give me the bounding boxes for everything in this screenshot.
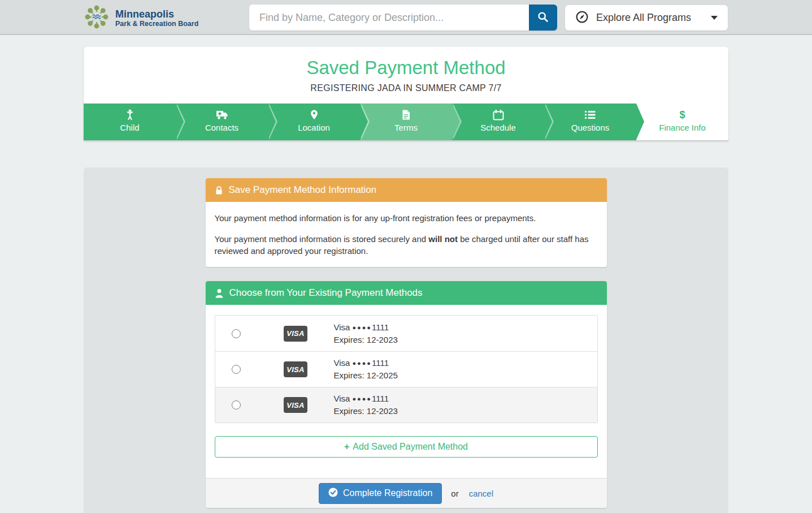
document-icon — [360, 109, 452, 121]
registration-actions-footer: Complete Registration or cancel — [206, 478, 607, 508]
search-button[interactable] — [529, 5, 557, 31]
wizard-step-child[interactable]: Child — [84, 104, 176, 140]
wizard-step-label: Location — [268, 123, 360, 132]
logo-subtitle: Park & Recreation Board — [115, 20, 198, 28]
compass-icon — [575, 10, 589, 25]
card-expiry-line: Expires: 12-2023 — [334, 405, 597, 417]
calendar-icon — [452, 109, 544, 121]
check-circle-icon — [328, 488, 338, 499]
payment-methods-table: VISA Visa●●●●1111 Expires: 12-2023 VISA — [215, 315, 598, 423]
visa-logo: VISA — [284, 326, 307, 342]
visa-logo: VISA — [284, 397, 307, 413]
dollar-icon: $ — [636, 109, 728, 121]
search-bar — [249, 5, 557, 31]
explore-all-programs-button[interactable]: Explore All Programs — [565, 5, 728, 31]
info-panel-title: Save Payment Method Information — [229, 184, 377, 196]
card-number-line: Visa●●●●1111 — [334, 357, 597, 369]
payment-method-row[interactable]: VISA Visa●●●●1111 Expires: 12-2023 — [215, 316, 597, 351]
payment-method-radio[interactable] — [232, 365, 241, 374]
caret-down-icon — [711, 16, 718, 20]
wizard-step-label: Contacts — [176, 123, 268, 132]
add-saved-payment-method-button[interactable]: +Add Saved Payment Method — [215, 436, 598, 458]
card-expiry-line: Expires: 12-2023 — [334, 334, 597, 346]
map-marker-icon — [268, 109, 360, 121]
choose-payment-panel: Choose from Your Existing Payment Method… — [206, 281, 607, 508]
mpls-parks-logo-icon — [84, 4, 110, 32]
or-text: or — [451, 489, 458, 498]
top-navigation-bar: Minneapolis Park & Recreation Board Expl… — [0, 0, 812, 35]
choose-panel-title: Choose from Your Existing Payment Method… — [229, 287, 423, 299]
payment-method-row[interactable]: VISA Visa●●●●1111 Expires: 12-2023 — [215, 387, 597, 423]
wizard-step-finance-info[interactable]: $ Finance Info — [636, 104, 728, 140]
org-logo[interactable]: Minneapolis Park & Recreation Board — [84, 4, 198, 32]
search-input[interactable] — [249, 5, 529, 31]
logo-title: Minneapolis — [115, 8, 198, 20]
child-icon — [84, 109, 176, 121]
wizard-step-location[interactable]: Location — [268, 104, 360, 140]
plus-icon: + — [344, 442, 349, 451]
wizard-step-label: Finance Info — [636, 123, 728, 132]
page-subtitle: REGISTERING JADA IN SUMMER CAMP 7/7 — [84, 83, 728, 93]
wizard-step-terms[interactable]: Terms — [360, 104, 452, 140]
content-well: Save Payment Method Information Your pay… — [84, 167, 728, 513]
ambulance-icon — [176, 109, 268, 121]
user-icon — [215, 288, 224, 298]
registration-header: Saved Payment Method REGISTERING JADA IN… — [84, 47, 728, 140]
registration-step-wizard: Child Contacts — [84, 104, 728, 140]
explore-label: Explore All Programs — [596, 12, 691, 24]
info-panel-heading: Save Payment Method Information — [206, 178, 607, 202]
search-icon — [537, 11, 549, 24]
card-expiry-line: Expires: 12-2025 — [334, 369, 597, 382]
lock-icon — [215, 186, 223, 195]
card-number-line: Visa●●●●1111 — [334, 321, 597, 334]
list-icon — [544, 109, 636, 121]
wizard-step-label: Terms — [360, 123, 452, 132]
payment-method-row[interactable]: VISA Visa●●●●1111 Expires: 12-2025 — [215, 351, 597, 387]
wizard-step-questions[interactable]: Questions — [544, 104, 636, 140]
cancel-link[interactable]: cancel — [469, 489, 493, 498]
card-number-line: Visa●●●●1111 — [334, 393, 597, 405]
wizard-step-label: Schedule — [452, 123, 544, 132]
payment-method-radio[interactable] — [232, 329, 241, 338]
choose-panel-heading: Choose from Your Existing Payment Method… — [206, 281, 607, 305]
payment-method-radio[interactable] — [232, 400, 241, 409]
wizard-step-label: Child — [84, 123, 176, 132]
save-payment-info-panel: Save Payment Method Information Your pay… — [206, 178, 607, 267]
info-paragraph-1: Your payment method information is for a… — [215, 212, 598, 224]
visa-logo: VISA — [284, 361, 307, 377]
complete-registration-button[interactable]: Complete Registration — [319, 483, 442, 504]
wizard-step-schedule[interactable]: Schedule — [452, 104, 544, 140]
page-title: Saved Payment Method — [84, 57, 728, 79]
wizard-step-label: Questions — [544, 123, 636, 132]
wizard-step-contacts[interactable]: Contacts — [176, 104, 268, 140]
info-paragraph-2: Your payment method information is store… — [215, 233, 598, 257]
